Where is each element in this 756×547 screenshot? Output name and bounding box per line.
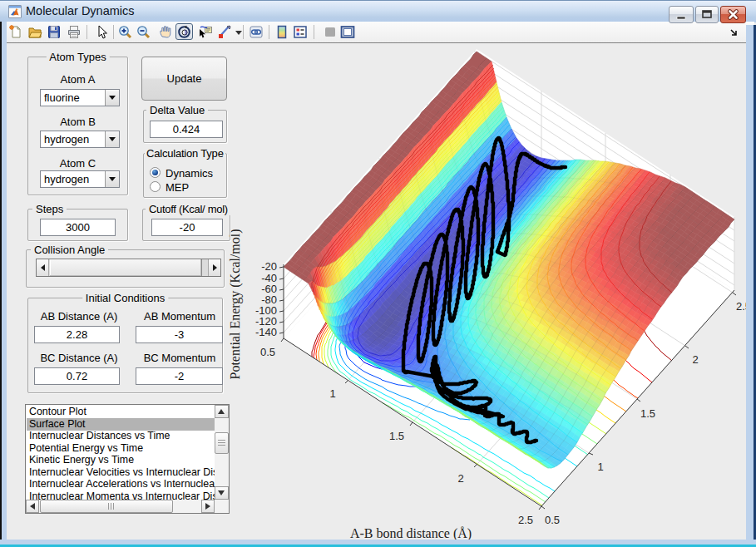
svg-text:2: 2 bbox=[692, 353, 698, 366]
svg-text:-140: -140 bbox=[255, 326, 277, 338]
svg-text:-40: -40 bbox=[261, 272, 277, 284]
svg-text:-20: -20 bbox=[261, 260, 277, 273]
svg-text:1: 1 bbox=[597, 461, 603, 473]
svg-text:-60: -60 bbox=[261, 283, 277, 295]
svg-text:-100: -100 bbox=[255, 304, 277, 317]
svg-text:2.5: 2.5 bbox=[518, 514, 533, 526]
svg-text:1.5: 1.5 bbox=[640, 407, 655, 420]
svg-text:1.5: 1.5 bbox=[389, 430, 404, 442]
svg-text:0.5: 0.5 bbox=[260, 346, 275, 358]
svg-text:0.5: 0.5 bbox=[545, 514, 560, 526]
svg-text:2: 2 bbox=[457, 472, 463, 485]
svg-text:1: 1 bbox=[329, 387, 335, 400]
svg-text:-80: -80 bbox=[261, 293, 277, 306]
svg-text:-120: -120 bbox=[255, 315, 277, 328]
